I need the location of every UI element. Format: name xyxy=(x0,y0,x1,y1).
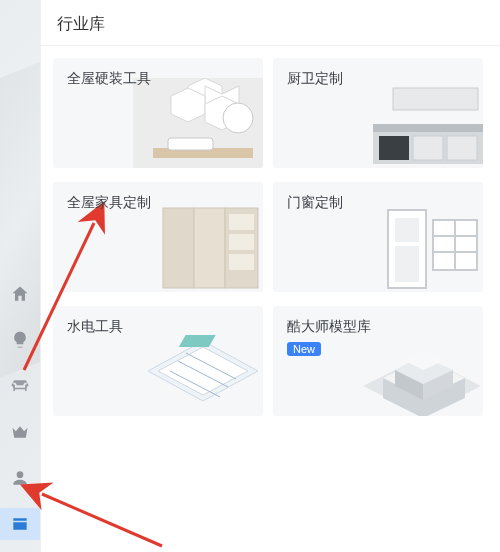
thumb-wardrobe xyxy=(133,202,263,292)
card-label: 全屋家具定制 xyxy=(67,194,249,212)
home-icon xyxy=(10,284,30,304)
card-plumbing-electric[interactable]: 水电工具 xyxy=(53,306,263,416)
svg-rect-13 xyxy=(413,136,443,160)
card-door-window[interactable]: 门窗定制 xyxy=(273,182,483,292)
bulb-icon xyxy=(10,330,30,350)
svg-rect-16 xyxy=(163,208,194,288)
svg-rect-14 xyxy=(447,136,477,160)
left-icon-rail xyxy=(0,0,40,552)
svg-rect-8 xyxy=(393,88,478,110)
card-label: 门窗定制 xyxy=(287,194,469,212)
svg-rect-11 xyxy=(373,124,483,132)
panel-title: 行业库 xyxy=(41,0,500,46)
rail-item-user[interactable] xyxy=(0,462,40,494)
thumb-building xyxy=(353,326,483,416)
rail-item-crown[interactable] xyxy=(0,416,40,448)
rail-item-sofa[interactable] xyxy=(0,370,40,402)
category-grid: 全屋硬装工具 厨卫定制 xyxy=(41,46,500,416)
card-kudashi-models[interactable]: 酷大师模型库 New xyxy=(273,306,483,416)
svg-rect-20 xyxy=(229,234,254,250)
card-label: 水电工具 xyxy=(67,318,249,336)
library-panel: 行业库 全屋硬装工具 厨卫定制 xyxy=(40,0,500,552)
svg-marker-3 xyxy=(171,88,205,122)
rail-item-home[interactable] xyxy=(0,278,40,310)
svg-rect-12 xyxy=(379,136,409,160)
thumb-floorplan xyxy=(133,326,263,416)
card-kitchen-bath[interactable]: 厨卫定制 xyxy=(273,58,483,168)
card-hard-finish-tools[interactable]: 全屋硬装工具 xyxy=(53,58,263,168)
user-icon xyxy=(10,468,30,488)
svg-rect-21 xyxy=(229,254,254,270)
thumb-bathroom xyxy=(133,78,263,168)
svg-rect-19 xyxy=(229,214,254,230)
library-icon xyxy=(10,514,30,534)
thumb-kitchen xyxy=(353,78,483,168)
new-badge: New xyxy=(287,342,321,356)
card-label: 厨卫定制 xyxy=(287,70,469,88)
svg-rect-24 xyxy=(395,246,419,282)
crown-icon xyxy=(10,422,30,442)
svg-rect-7 xyxy=(168,138,213,150)
card-furniture-custom[interactable]: 全屋家具定制 xyxy=(53,182,263,292)
rail-item-bulb[interactable] xyxy=(0,324,40,356)
card-label: 酷大师模型库 xyxy=(287,318,469,336)
sofa-icon xyxy=(10,376,30,396)
svg-rect-17 xyxy=(194,208,225,288)
rail-item-library[interactable] xyxy=(0,508,40,540)
card-label: 全屋硬装工具 xyxy=(67,70,249,88)
thumb-door-window xyxy=(353,202,483,292)
svg-rect-23 xyxy=(395,218,419,242)
svg-point-5 xyxy=(223,103,253,133)
